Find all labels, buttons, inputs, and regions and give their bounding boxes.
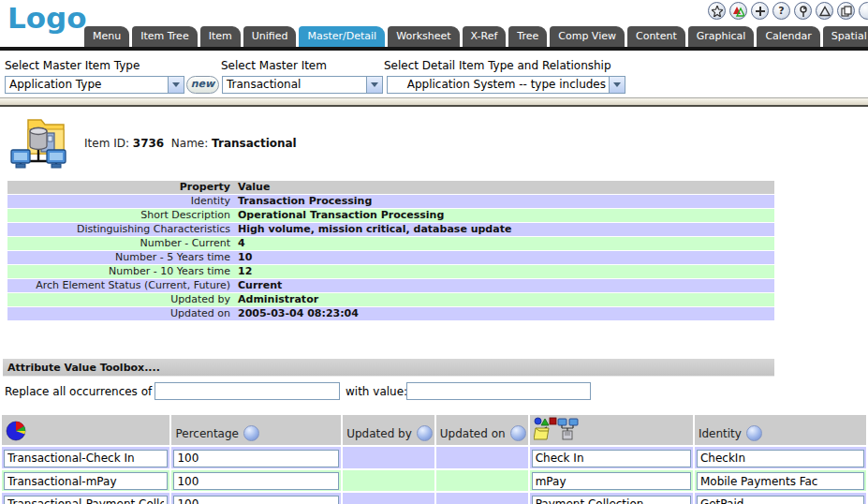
item-name-label: Name: [171,137,208,150]
sphere-icon[interactable] [417,425,433,441]
tab-master-detail[interactable]: Master/Detail [299,26,385,47]
detail-item-input[interactable] [532,496,691,504]
item-id-value: 3736 [133,137,164,150]
item-box-network-icon[interactable] [534,417,579,441]
tab-tree[interactable]: Tree [508,26,547,47]
logo-text: Logo [7,1,87,35]
new-button[interactable]: new [186,76,219,94]
detail-row [2,470,866,492]
tab-x-ref[interactable]: X-Ref [463,26,507,47]
property-value: 12 [234,265,774,278]
updated-on-cell [436,470,528,492]
chevron-down-icon[interactable] [609,77,625,93]
updated-on-cell [436,447,528,468]
detail-row [2,493,866,504]
property-value: Administrator [234,293,774,306]
property-label: Updated by [7,293,234,306]
master-item-type-select[interactable]: Application Type [5,76,184,94]
item-summary: Item ID: 3736 Name: Transactional [7,112,297,174]
detail-item-input[interactable] [532,472,691,490]
property-table: Property Value Identity Transaction Proc… [7,180,774,321]
pin-icon[interactable] [794,2,812,20]
property-value: 2005-03-04 08:23:04 [234,307,774,320]
chevron-down-icon[interactable] [168,77,184,93]
shapes-icon[interactable] [729,2,747,20]
col-percentage-header: Percentage [171,415,341,445]
updated-by-cell [343,447,434,468]
tab-item-tree[interactable]: Item Tree [132,26,197,47]
triangle-icon[interactable] [816,2,833,20]
tab-menu[interactable]: Menu [84,26,129,47]
name-input[interactable] [4,496,168,504]
col-updated-on-header: Updated on [436,415,528,445]
table-row: Updated on 2005-03-04 08:23:04 [7,307,774,320]
tab-comp-view[interactable]: Comp View [550,26,625,47]
identity-input[interactable] [697,450,864,467]
name-input[interactable] [4,450,168,467]
item-type-icon [7,112,69,174]
with-value-input[interactable] [406,382,591,400]
detail-type-select[interactable]: Application System -- type includes [387,76,625,94]
master-item-select[interactable]: Transactional [222,76,383,94]
property-value: Transaction Processing [234,195,774,208]
property-label: Updated on [7,307,234,320]
toolbox-title: Attribute Value Toolbox.... [3,359,774,377]
sphere-icon[interactable] [243,425,259,441]
chevron-down-icon[interactable] [366,77,382,93]
master-item-type-value: Application Type [6,77,184,93]
col-identity-header: Identity [695,415,866,445]
property-label: Number - 5 Years time [7,251,234,264]
percentage-input[interactable] [173,496,339,504]
property-value: 10 [234,251,774,264]
updated-by-cell [343,493,434,504]
windows-icon[interactable] [837,2,855,20]
tab-content[interactable]: Content [627,26,685,47]
detail-type-label: Select Detail Item Type and Relationship [384,59,611,72]
with-value-label: with value: [346,385,407,398]
percentage-input[interactable] [173,472,339,490]
updated-on-cell [436,493,528,504]
replace-input[interactable] [154,382,340,400]
col-updated-by-header: Updated by [343,415,434,445]
master-item-label: Select Master Item [221,59,327,72]
tab-worksheet[interactable]: Worksheet [388,26,459,47]
sphere-icon[interactable] [746,425,762,441]
value-header: Value [234,181,774,194]
tab-spatial[interactable]: Spatial [823,26,868,47]
replace-label: Replace all occurrences of [5,385,152,398]
table-row: Number - 5 Years time 10 [7,251,774,264]
detail-table-header: Percentage Updated by Updated on [2,415,866,445]
table-row: Identity Transaction Processing [7,195,774,208]
help-icon[interactable]: ? [772,2,790,20]
table-row: Short Description Operational Transactio… [7,209,774,222]
name-input[interactable] [4,472,168,490]
updated-on-header-label: Updated on [440,427,506,440]
property-label: Identity [7,195,234,208]
clipped-circle-icon[interactable] [859,2,868,20]
table-row: Distinguishing Characteristics High volu… [7,223,774,236]
tab-calendar[interactable]: Calendar [757,26,819,47]
property-value: 4 [234,237,774,250]
identity-input[interactable] [697,472,864,490]
tab-graphical[interactable]: Graphical [688,26,755,47]
section-divider [0,97,868,107]
property-value: High volume, mission critical, database … [234,223,774,236]
pie-chart-icon[interactable] [6,421,26,441]
percentage-input[interactable] [173,450,339,467]
detail-row [2,447,866,468]
table-row: Number - Current 4 [7,237,774,250]
tab-bar: Menu Item Tree Item Unified Master/Detai… [84,26,868,47]
identity-header-label: Identity [699,427,742,440]
property-value: Current [234,279,774,292]
item-id-line: Item ID: 3736 Name: Transactional [84,137,297,150]
app-window: Logo ? Menu Item Tre [0,0,868,504]
tab-item[interactable]: Item [200,26,241,47]
toolbox-row: Replace all occurrences of with value: [3,382,774,403]
identity-input[interactable] [697,496,864,504]
sphere-icon[interactable] [510,425,526,441]
detail-item-input[interactable] [532,450,691,467]
tab-unified[interactable]: Unified [243,26,297,47]
star-icon[interactable] [708,2,726,20]
property-label: Short Description [7,209,234,222]
add-icon[interactable] [751,2,769,20]
